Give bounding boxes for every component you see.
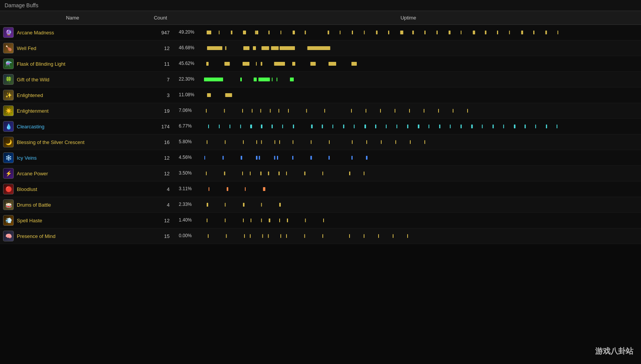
svg-rect-129 [204,156,205,160]
bloodlust-uptime: 3.11% [176,181,641,197]
svg-rect-74 [409,109,410,113]
svg-rect-55 [254,78,257,81]
svg-rect-130 [223,156,224,160]
svg-rect-161 [279,203,281,207]
svg-rect-154 [227,187,228,191]
svg-rect-115 [243,140,244,144]
enlightened-timeline [204,91,567,99]
svg-rect-173 [226,234,227,238]
drums-name: Drums of Battle [17,202,51,208]
clearcasting-icon: 💧 [3,121,14,132]
svg-rect-155 [245,187,246,191]
svg-rect-169 [287,218,288,222]
svg-rect-24 [497,31,498,34]
spell-haste-count: 12 [145,213,176,228]
svg-rect-79 [208,125,209,128]
enlightenment-count: 19 [145,103,176,119]
svg-rect-183 [364,234,364,238]
icy-veins-icon: ❄️ [3,152,14,163]
well-fed-count: 12 [145,40,176,56]
svg-rect-144 [261,171,262,175]
table-row: 🌙Blessing of the Silver Crescent165.80% [0,134,641,150]
svg-rect-78 [467,109,468,113]
svg-rect-28 [545,31,547,34]
svg-rect-8 [293,31,295,34]
svg-rect-37 [289,46,291,50]
well-fed-uptime: 46.68% [176,40,641,56]
svg-rect-151 [349,171,350,175]
svg-rect-105 [482,125,482,128]
svg-rect-17 [412,31,414,34]
svg-rect-179 [286,234,287,238]
svg-rect-139 [351,156,353,160]
svg-rect-164 [243,218,244,222]
presence-name: Presence of Mind [17,233,55,239]
svg-rect-21 [461,31,461,34]
svg-rect-140 [366,156,367,160]
svg-rect-141 [206,171,207,175]
svg-rect-146 [250,171,251,175]
enlightened-uptime: 11.08% [176,87,641,103]
arcane-power-count: 12 [145,166,176,181]
svg-rect-121 [311,140,312,144]
svg-rect-123 [352,140,353,144]
svg-rect-117 [279,140,280,144]
svg-rect-53 [259,78,270,81]
name-cell: 🥁Drums of Battle [0,197,145,213]
svg-rect-158 [225,203,226,207]
name-column-header: Name [0,11,145,25]
svg-rect-13 [364,31,365,34]
svg-rect-42 [261,62,262,66]
svg-rect-142 [224,171,225,175]
arcane-madness-name: Arcane Madness [17,30,54,36]
svg-rect-112 [557,125,557,128]
svg-rect-31 [225,46,227,50]
presence-timeline [204,232,567,240]
svg-rect-4 [255,31,256,34]
svg-rect-38 [308,46,330,50]
table-row: 💨Spell Haste121.40% [0,213,641,228]
svg-rect-46 [292,62,295,66]
svg-rect-51 [222,78,223,81]
svg-rect-175 [262,234,263,238]
svg-rect-106 [492,125,494,128]
svg-rect-159 [243,203,244,207]
svg-rect-40 [225,62,230,66]
svg-rect-10 [328,31,329,34]
svg-rect-57 [290,78,294,81]
svg-rect-119 [275,140,275,144]
flask-icon: ⚗️ [3,58,14,69]
svg-rect-66 [270,109,271,113]
gift-uptime: 22.30% [176,72,641,87]
svg-rect-128 [424,140,425,144]
svg-rect-111 [546,125,547,128]
spell-haste-uptime: 1.40% [176,213,641,228]
svg-rect-174 [244,234,245,238]
svg-rect-48 [329,62,336,66]
svg-rect-27 [533,31,534,34]
svg-rect-87 [282,125,283,128]
uptime-column-header: Uptime [176,11,641,25]
table-row: 🔮Arcane Madness94749.20% [0,25,641,40]
svg-rect-90 [322,125,323,128]
svg-rect-93 [354,125,354,128]
enlightenment-name: Enlightenment [17,108,49,114]
enlightened-count: 3 [145,87,176,103]
spell-haste-name: Spell Haste [17,218,42,223]
svg-rect-35 [253,46,256,50]
well-fed-name: Well Fed [17,45,36,51]
svg-rect-75 [424,109,424,113]
arcane-power-uptime: 3.50% [176,166,641,181]
svg-rect-50 [204,78,223,81]
svg-rect-120 [293,140,293,144]
svg-rect-0 [207,31,211,34]
svg-rect-91 [332,125,333,128]
enlightenment-timeline [204,107,567,115]
blessing-uptime: 5.80% [176,134,641,150]
svg-rect-107 [503,125,504,128]
count-column-header: Count [145,11,176,25]
arcane-power-timeline [204,170,567,177]
svg-rect-19 [437,31,438,34]
svg-rect-177 [250,234,251,238]
name-cell: ⚗️Flask of Blinding Light [0,56,145,72]
